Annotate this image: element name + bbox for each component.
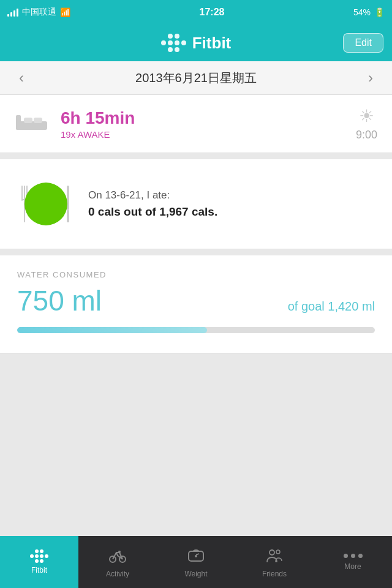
- tab-friends[interactable]: Friends: [235, 536, 314, 588]
- status-right: 54% 🔋: [353, 7, 385, 17]
- tab-more-label: More: [344, 562, 361, 571]
- sun-icon: ☀: [359, 106, 374, 126]
- svg-rect-4: [21, 186, 23, 201]
- header: Fitbit Edit: [0, 24, 392, 61]
- svg-point-18: [276, 550, 280, 554]
- food-circle: [24, 183, 67, 225]
- tab-bar: Fitbit Activity Weight: [0, 536, 392, 588]
- tab-more[interactable]: More: [314, 536, 392, 588]
- sleep-awake-count: 19x AWAKE: [61, 129, 344, 140]
- water-amount: 750 ml: [17, 284, 102, 317]
- date-nav: ‹ 2013年6月21日星期五 ›: [0, 61, 392, 95]
- status-bar: 中国联通 📶 17:28 54% 🔋: [0, 0, 392, 24]
- tab-fitbit-label: Fitbit: [31, 566, 47, 575]
- battery-percent: 54%: [353, 7, 371, 17]
- tab-friends-label: Friends: [262, 570, 287, 578]
- status-left: 中国联通 📶: [7, 7, 70, 18]
- water-progress-fill: [17, 327, 207, 333]
- next-date-button[interactable]: ›: [361, 69, 380, 86]
- friends-icon: [265, 546, 284, 567]
- svg-line-15: [196, 554, 199, 555]
- svg-point-16: [195, 555, 197, 557]
- tab-activity[interactable]: Activity: [78, 536, 157, 588]
- sleep-duration: 6h 15min: [61, 108, 344, 128]
- food-cals-label: 0 cals out of 1,967 cals.: [88, 205, 374, 219]
- food-icon-container: [18, 176, 74, 232]
- water-progress-bar: [17, 327, 375, 333]
- status-time: 17:28: [200, 7, 225, 18]
- sleep-info: 6h 15min 19x AWAKE: [61, 108, 344, 140]
- header-logo: Fitbit: [161, 34, 232, 53]
- svg-rect-10: [67, 210, 69, 222]
- water-section-label: WATER CONSUMED: [17, 270, 375, 279]
- battery-icon: 🔋: [374, 7, 385, 17]
- svg-point-17: [270, 550, 274, 555]
- tab-fitbit[interactable]: Fitbit: [0, 536, 78, 588]
- svg-rect-2: [24, 118, 32, 123]
- sleep-icon: [15, 109, 48, 139]
- more-dots-icon: [344, 554, 363, 558]
- tab-activity-label: Activity: [106, 570, 129, 578]
- svg-rect-1: [16, 115, 21, 130]
- app-title: Fitbit: [192, 34, 232, 53]
- weight-scale-icon: [187, 546, 205, 567]
- tab-weight[interactable]: Weight: [157, 536, 235, 588]
- fitbit-logo-icon: [161, 34, 186, 52]
- sleep-wake-info: ☀ 9:00: [356, 106, 377, 141]
- food-info: On 13-6-21, I ate: 0 cals out of 1,967 c…: [88, 189, 374, 219]
- signal-bars-icon: [7, 8, 18, 17]
- current-date: 2013年6月21日星期五: [135, 70, 257, 86]
- wake-time: 9:00: [356, 129, 377, 141]
- carrier-label: 中国联通: [22, 7, 56, 18]
- fitbit-tab-icon: [30, 549, 48, 563]
- prev-date-button[interactable]: ‹: [12, 69, 31, 86]
- svg-point-13: [118, 551, 121, 553]
- svg-rect-3: [34, 118, 42, 123]
- sleep-card: 6h 15min 19x AWAKE ☀ 9:00: [0, 95, 392, 153]
- wifi-icon: 📶: [60, 7, 70, 17]
- food-date-label: On 13-6-21, I ate:: [88, 189, 374, 202]
- tab-weight-label: Weight: [184, 570, 207, 578]
- edit-button[interactable]: Edit: [343, 33, 383, 53]
- water-amounts: 750 ml of goal 1,420 ml: [17, 284, 375, 317]
- water-card[interactable]: WATER CONSUMED 750 ml of goal 1,420 ml: [0, 255, 392, 353]
- food-card[interactable]: On 13-6-21, I ate: 0 cals out of 1,967 c…: [0, 159, 392, 249]
- bike-icon: [108, 546, 127, 567]
- water-goal-label: of goal 1,420 ml: [288, 300, 375, 314]
